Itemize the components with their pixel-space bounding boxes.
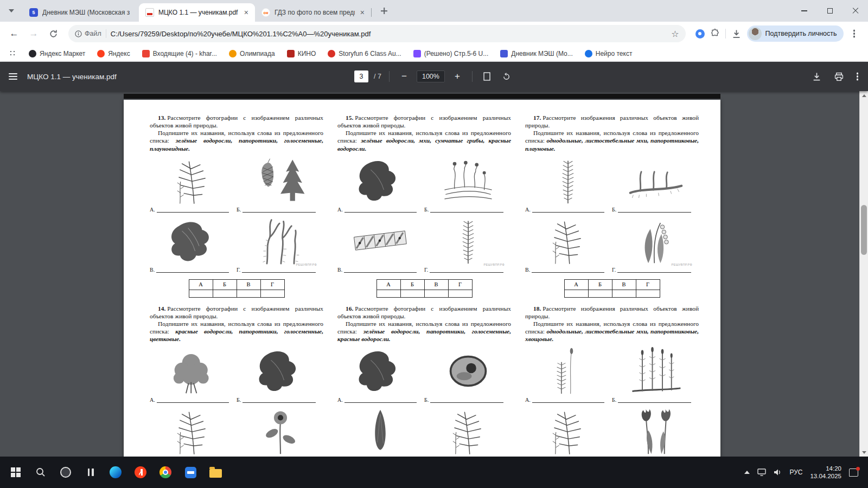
print-button[interactable] xyxy=(834,72,844,81)
divider xyxy=(106,29,106,38)
tray-device-icon[interactable] xyxy=(757,468,766,476)
reload-button[interactable] xyxy=(44,25,62,42)
menu-icon[interactable] xyxy=(9,73,17,79)
profile-button[interactable]: Подтвердить личность xyxy=(747,25,844,42)
start-button[interactable] xyxy=(4,460,27,485)
download-button[interactable] xyxy=(812,72,821,81)
bookmark-yandex-market[interactable]: Яндекс Маркет xyxy=(29,50,85,57)
language-indicator[interactable]: РУС xyxy=(789,468,802,476)
tab-dnevnik-mesh[interactable]: 5 Дневник МЭШ (Московская з xyxy=(23,3,139,22)
bookmarks-bar: Яндекс Маркет Яндекс Входящие (4) - khar… xyxy=(0,46,868,62)
mesh-favicon: 5 xyxy=(29,8,38,17)
bookmark-olimpiada[interactable]: Олимпиада xyxy=(229,50,275,57)
blue-app-button[interactable] xyxy=(179,460,202,485)
scrollbar-thumb[interactable] xyxy=(861,205,867,255)
round-app-button[interactable] xyxy=(54,460,77,485)
watermark-text: РЕШУВПР.РФ xyxy=(484,263,505,266)
bookmark-label: Яндекс xyxy=(108,50,130,57)
blank-line xyxy=(242,398,316,403)
cone-and-spruce-image xyxy=(240,157,321,204)
tray-expand-icon[interactable] xyxy=(744,471,750,474)
url-scheme-label: Файл xyxy=(85,30,101,37)
pdf-more-menu-icon[interactable] xyxy=(857,75,859,78)
search-button[interactable] xyxy=(29,460,52,485)
bookmark-yandex[interactable]: Яндекс xyxy=(97,50,130,57)
bookmark-inbox[interactable]: Входящие (4) - khar... xyxy=(142,50,217,57)
round-app-icon xyxy=(60,467,71,478)
zoom-in-button[interactable]: + xyxy=(450,69,464,84)
downloads-icon[interactable] xyxy=(731,29,742,39)
bookmark-label: Яндекс Маркет xyxy=(40,50,85,57)
bars-app-button[interactable] xyxy=(79,460,102,485)
caption-label: В. xyxy=(525,267,530,273)
browser-menu-icon[interactable] xyxy=(853,33,856,35)
scroll-up-button[interactable] xyxy=(860,91,868,100)
clock-time: 14:20 xyxy=(810,465,841,472)
site-info-chip[interactable]: Файл xyxy=(75,30,101,37)
notifications-icon[interactable] xyxy=(849,468,858,477)
caption-label: А. xyxy=(150,397,155,403)
zoom-level[interactable]: 100% xyxy=(417,70,445,82)
bookmark-star-icon[interactable]: ☆ xyxy=(671,29,679,39)
close-tab-icon[interactable]: × xyxy=(359,9,366,16)
blank-line xyxy=(242,268,316,273)
close-tab-icon[interactable]: × xyxy=(243,9,250,16)
question-14: 14.Рассмотрите фотографии с изображением… xyxy=(150,305,323,457)
watermark-text: РЕШУВПР.РФ xyxy=(296,263,317,266)
bookmark-storyfun[interactable]: Storyfun 6 Class Au... xyxy=(328,50,401,57)
chevron-down-icon[interactable] xyxy=(9,9,14,12)
question-number: 18. xyxy=(533,305,541,312)
fungus-hyphae-image xyxy=(427,157,509,204)
browser-toolbar: ← → Файл C:/Users/79259/Desktop/по%20уче… xyxy=(0,22,868,46)
tab-mcko-pdf[interactable]: МЦКО 1.1 — ученикам.pdf × xyxy=(139,3,255,22)
new-tab-button[interactable] xyxy=(376,3,392,18)
caption-label: А. xyxy=(525,397,531,403)
pdf-page: 13.Рассмотрите фотографии с изображением… xyxy=(124,100,720,457)
cypress-image xyxy=(340,407,421,455)
bookmark-kino[interactable]: КИНО xyxy=(287,50,316,57)
fern-image xyxy=(152,407,233,455)
scrollbar[interactable] xyxy=(859,91,868,457)
file-explorer-button[interactable] xyxy=(204,460,227,485)
creeping-clubmoss-image xyxy=(615,157,697,204)
minimize-button[interactable] xyxy=(792,0,817,22)
word-list: зелёные водоросли, папоротники, голосеме… xyxy=(150,137,323,151)
forward-button[interactable]: → xyxy=(25,25,42,42)
rotate-button[interactable] xyxy=(500,69,514,84)
bookmark-favicon xyxy=(29,50,36,57)
blank-line xyxy=(532,208,604,213)
bookmark-resheno[interactable]: (Решено) Стр.5-6 U... xyxy=(413,50,489,57)
bookmark-favicon xyxy=(229,50,237,57)
url-text[interactable]: C:/Users/79259/Desktop/по%20учебе/МЦКО%2… xyxy=(111,30,667,38)
bookmark-dnevnik-mesh[interactable]: Дневник МЭШ (Мо... xyxy=(500,50,572,57)
edge-button[interactable] xyxy=(104,460,127,485)
address-bar[interactable]: Файл C:/Users/79259/Desktop/по%20учебе/М… xyxy=(68,25,686,42)
question-number: 13. xyxy=(158,114,165,121)
extensions-puzzle-icon[interactable] xyxy=(710,29,720,38)
zoom-out-button[interactable]: − xyxy=(397,69,411,84)
apps-grid-icon[interactable] xyxy=(9,49,17,57)
tab-gdz[interactable]: ок ГДЗ по фото по всем предмет × xyxy=(255,3,371,22)
scroll-down-button[interactable] xyxy=(860,448,868,457)
bookmark-neuro-text[interactable]: Нейро текст xyxy=(585,50,633,57)
fern-image xyxy=(527,217,609,265)
tab-title: ГДЗ по фото по всем предмет xyxy=(275,9,355,16)
extension-icon[interactable] xyxy=(695,29,705,38)
back-button[interactable]: ← xyxy=(5,25,23,42)
question-number: 15. xyxy=(346,114,353,121)
bookmark-favicon xyxy=(413,50,421,57)
question-intro: Рассмотрите изображения различных объект… xyxy=(525,114,699,129)
fit-page-button[interactable] xyxy=(480,69,494,84)
window-controls xyxy=(792,0,868,22)
page-column-middle: 15.Рассмотрите фотографии с изображением… xyxy=(337,114,511,457)
tray-volume-icon[interactable] xyxy=(774,468,782,476)
bookmark-label: Олимпиада xyxy=(240,50,275,57)
taskbar-clock[interactable]: 14:20 13.04.2025 xyxy=(810,465,841,480)
page-number-input[interactable]: 3 xyxy=(354,70,368,82)
maximize-button[interactable] xyxy=(817,0,843,22)
yandex-browser-button[interactable] xyxy=(129,460,152,485)
caption-label: Г. xyxy=(612,267,616,273)
close-window-button[interactable] xyxy=(843,0,868,22)
chrome-button[interactable] xyxy=(154,460,177,485)
bars-app-icon xyxy=(88,468,94,476)
